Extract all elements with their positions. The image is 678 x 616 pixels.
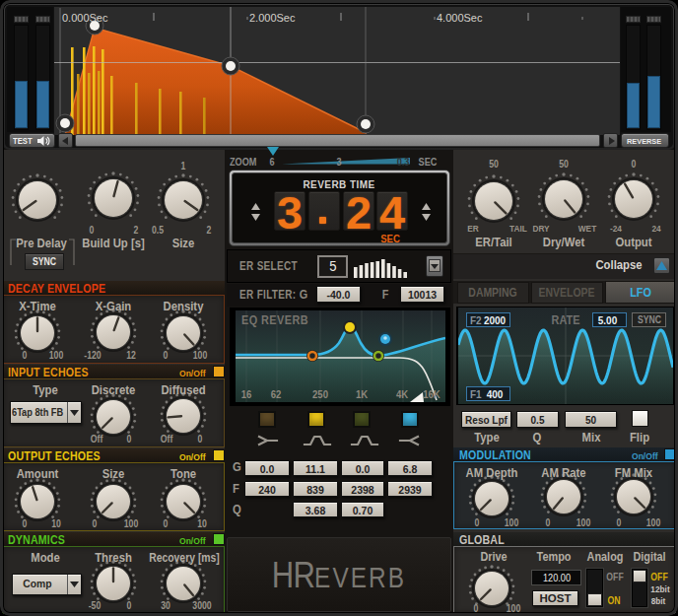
svg-text:4.000Sec: 4.000Sec — [437, 12, 483, 24]
svg-text:0.000Sec: 0.000Sec — [62, 12, 108, 24]
svg-text:2.000Sec: 2.000Sec — [249, 12, 296, 24]
